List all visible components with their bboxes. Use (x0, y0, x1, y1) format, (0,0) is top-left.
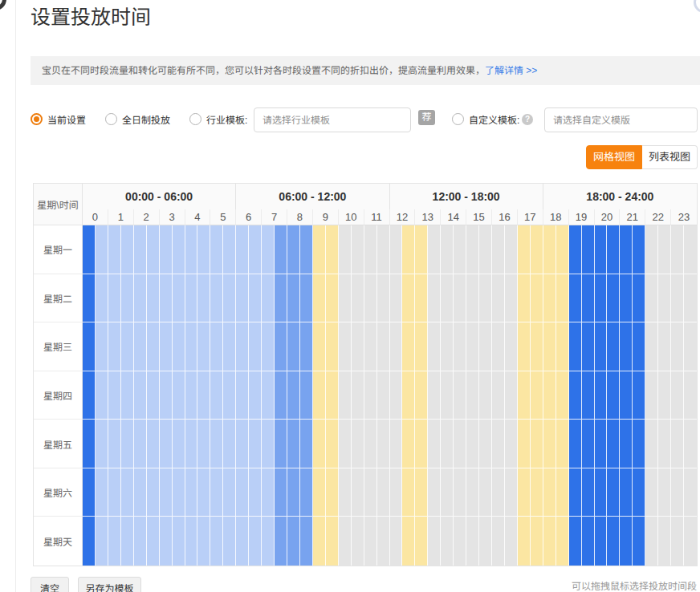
slot-cell[interactable] (287, 371, 300, 420)
slot-cell[interactable] (121, 517, 134, 566)
slot-cell[interactable] (466, 420, 479, 468)
slot-cell[interactable] (428, 322, 441, 371)
slot-cell[interactable] (582, 322, 595, 371)
slot-cell[interactable] (96, 274, 108, 323)
slot-cell[interactable] (313, 225, 326, 274)
slot-cell[interactable] (249, 371, 262, 420)
slot-cell[interactable] (531, 371, 543, 420)
slot-cell[interactable] (607, 322, 620, 371)
slot-cell[interactable] (300, 225, 313, 274)
slot-cell[interactable] (518, 225, 531, 274)
slot-cell[interactable] (262, 274, 275, 323)
slot-cell[interactable] (121, 322, 134, 371)
slot-cell[interactable] (658, 274, 671, 323)
slot-cell[interactable] (197, 225, 210, 274)
slot-cell[interactable] (262, 517, 275, 566)
slot-cell[interactable] (173, 468, 185, 517)
slot-cell[interactable] (633, 468, 645, 517)
slot-cell[interactable] (543, 225, 556, 274)
slot-cell[interactable] (415, 468, 428, 517)
slot-cell[interactable] (595, 371, 608, 420)
slot-cell[interactable] (377, 225, 390, 274)
slot-cell[interactable] (595, 322, 608, 371)
slot-cell[interactable] (466, 371, 479, 420)
slot-cell[interactable] (620, 517, 633, 566)
slot-cell[interactable] (121, 468, 134, 517)
slot-cell[interactable] (556, 225, 569, 274)
slot-cell[interactable] (556, 468, 569, 517)
slot-cell[interactable] (147, 225, 160, 274)
radio-current-setting[interactable]: 当前设置 (31, 112, 86, 125)
slot-cell[interactable] (479, 517, 492, 566)
slot-cell[interactable] (326, 225, 339, 274)
slot-cell[interactable] (684, 274, 697, 323)
slot-cell[interactable] (505, 517, 518, 566)
slot-cell[interactable] (428, 225, 441, 274)
slot-cell[interactable] (173, 420, 185, 468)
slot-cell[interactable] (197, 420, 210, 468)
slot-cell[interactable] (364, 322, 377, 371)
slot-cell[interactable] (671, 371, 684, 420)
slot-cell[interactable] (620, 274, 633, 323)
slot-cell[interactable] (684, 322, 697, 371)
slot-cell[interactable] (352, 225, 364, 274)
slot-cell[interactable] (531, 225, 543, 274)
slot-cell[interactable] (121, 225, 134, 274)
slot-cell[interactable] (658, 420, 671, 468)
learn-more-link[interactable]: 了解详情 >> (485, 65, 537, 76)
slot-cell[interactable] (313, 371, 326, 420)
slot-cell[interactable] (287, 468, 300, 517)
slot-cell[interactable] (160, 322, 173, 371)
slot-cell[interactable] (236, 517, 249, 566)
radio-icon-checked[interactable] (31, 113, 43, 125)
slot-cell[interactable] (210, 274, 223, 323)
slot-cell[interactable] (492, 274, 505, 323)
slot-cell[interactable] (390, 322, 403, 371)
slot-cell[interactable] (134, 322, 147, 371)
slot-cell[interactable] (185, 274, 198, 323)
slot-cell[interactable] (658, 225, 671, 274)
slot-cell[interactable] (645, 468, 658, 517)
slot-cell[interactable] (402, 225, 415, 274)
slot-cell[interactable] (223, 371, 236, 420)
slot-cell[interactable] (402, 420, 415, 468)
slot-cell[interactable] (492, 420, 505, 468)
custom-template-input[interactable] (544, 107, 698, 132)
slot-cell[interactable] (479, 225, 492, 274)
slot-cell[interactable] (492, 517, 505, 566)
slot-cell[interactable] (236, 420, 249, 468)
slot-cell[interactable] (531, 274, 543, 323)
slot-cell[interactable] (96, 225, 108, 274)
help-icon[interactable]: ? (522, 114, 533, 125)
slot-cell[interactable] (658, 371, 671, 420)
slot-cell[interactable] (479, 322, 492, 371)
slot-cell[interactable] (671, 517, 684, 566)
slot-cell[interactable] (454, 371, 466, 420)
slot-cell[interactable] (569, 371, 582, 420)
slot-cell[interactable] (402, 274, 415, 323)
clear-button[interactable]: 清空 (31, 577, 69, 592)
slot-cell[interactable] (108, 371, 121, 420)
radio-icon[interactable] (452, 113, 464, 125)
slot-cell[interactable] (339, 274, 352, 323)
slot-cell[interactable] (96, 420, 108, 468)
slot-cell[interactable] (390, 517, 403, 566)
slot-cell[interactable] (556, 274, 569, 323)
slot-cell[interactable] (377, 420, 390, 468)
radio-fullday-label[interactable]: 全日制投放 (122, 112, 170, 126)
slot-cell[interactable] (402, 517, 415, 566)
slot-cell[interactable] (658, 468, 671, 517)
slot-cell[interactable] (352, 274, 364, 323)
slot-cell[interactable] (402, 322, 415, 371)
slot-cell[interactable] (339, 420, 352, 468)
slot-cell[interactable] (134, 225, 147, 274)
slot-cell[interactable] (466, 322, 479, 371)
slot-cell[interactable] (543, 371, 556, 420)
slot-cell[interactable] (454, 468, 466, 517)
slot-cell[interactable] (173, 517, 185, 566)
slot-cell[interactable] (479, 468, 492, 517)
slot-cell[interactable] (339, 322, 352, 371)
slot-cell[interactable] (173, 225, 185, 274)
slot-cell[interactable] (633, 225, 645, 274)
slot-cell[interactable] (595, 274, 608, 323)
